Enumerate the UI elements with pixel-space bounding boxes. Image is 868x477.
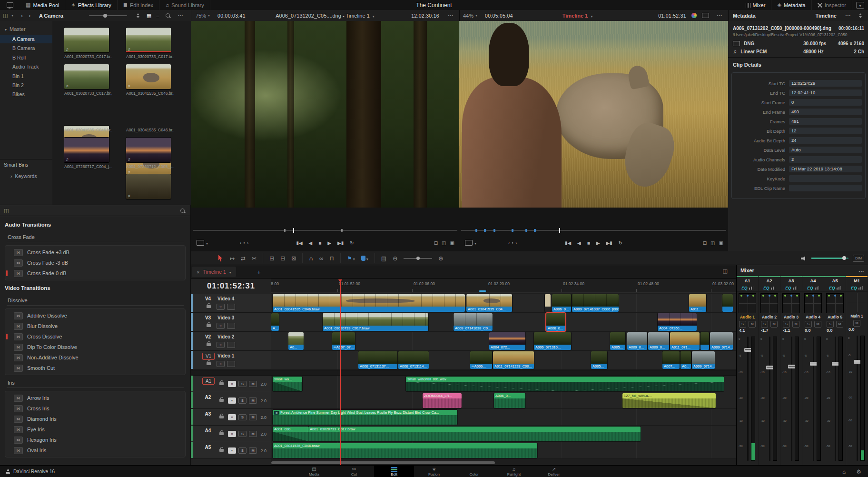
timeline-zoom-out-button[interactable]: ⊖ bbox=[393, 255, 397, 262]
jog-dot-icon[interactable]: ● bbox=[243, 241, 245, 244]
page-tab-edit[interactable]: Edit bbox=[374, 466, 414, 477]
effect-item[interactable]: Hexagon Iris bbox=[5, 435, 185, 445]
close-tab-icon[interactable] bbox=[197, 269, 200, 275]
media-clip-thumbnail[interactable]: ♫ bbox=[126, 138, 171, 162]
page-tab-media[interactable]: ▤Media bbox=[294, 466, 334, 477]
effect-item[interactable]: Oval Iris bbox=[5, 445, 185, 456]
timeline-audio-clip[interactable]: A006_0... bbox=[494, 393, 525, 408]
solo-button[interactable]: S bbox=[238, 431, 247, 437]
channel-fader[interactable]: 0-5-10-20-30-50 bbox=[804, 335, 822, 463]
audio-track-lane-A1[interactable]: small_wa...small_waterfall_001.wav bbox=[271, 376, 736, 392]
timeline-clip[interactable]: A006_0713114... bbox=[398, 351, 429, 369]
view-dropdown-icon[interactable] bbox=[11, 10, 13, 21]
thumbnail-view-icon[interactable] bbox=[147, 10, 151, 21]
play-reverse-button[interactable]: ◀ bbox=[577, 240, 581, 246]
stop-button[interactable]: ■ bbox=[318, 240, 321, 246]
fader-handle[interactable] bbox=[788, 365, 795, 368]
timeline-jog-bar[interactable] bbox=[459, 228, 728, 233]
sidebar-bin-bin-1[interactable]: Bin 1 bbox=[0, 72, 52, 80]
source-options-icon[interactable] bbox=[448, 10, 454, 21]
jog-gang-control[interactable]: ‹●› bbox=[508, 236, 517, 249]
media-clip-thumbnail[interactable]: ♫ bbox=[126, 174, 171, 199]
page-tab-color[interactable]: Color bbox=[454, 466, 494, 477]
media-clip-thumbnail[interactable]: ♫ bbox=[64, 28, 109, 52]
eq-button[interactable]: EQ bbox=[802, 284, 824, 292]
timeline-clip[interactable] bbox=[722, 294, 733, 312]
insert-clip-button[interactable]: ⊞ bbox=[269, 255, 274, 262]
effect-item[interactable]: Cross Iris bbox=[5, 403, 185, 414]
match-frame-icon[interactable]: ◫ bbox=[442, 240, 446, 246]
topbar-button-effects-library[interactable]: Effects Library bbox=[65, 0, 117, 10]
solo-button[interactable]: S bbox=[761, 321, 768, 328]
razor-edit-mode-tool[interactable]: ✂ bbox=[252, 255, 256, 262]
loop-range-icon[interactable]: ⊡ bbox=[703, 240, 707, 246]
loop-button[interactable]: ↻ bbox=[350, 240, 354, 246]
timeline-clip[interactable]: A001_03041535_C04... bbox=[466, 294, 512, 312]
source-clip-title[interactable]: A006_07131202_C05....dng - Timeline 1 bbox=[276, 10, 375, 21]
sidebar-keywords[interactable]: ›Keywords bbox=[0, 172, 52, 180]
track-header-A2[interactable]: A2‹›SM2.0 bbox=[191, 392, 271, 409]
timeline-clip[interactable]: A007... bbox=[662, 351, 680, 369]
topbar-button-sound-library[interactable]: Sound Library bbox=[159, 0, 210, 10]
mute-button[interactable]: M bbox=[814, 321, 821, 328]
fullscreen-icon[interactable]: ▣ bbox=[450, 240, 454, 246]
clip-enable-icon[interactable] bbox=[227, 342, 235, 348]
track-header-A5[interactable]: A5‹›SM2.0 bbox=[191, 442, 271, 459]
mixer-strip-M1[interactable]: M1EQMain 1M0.00-5-10-20-30-50 bbox=[846, 276, 868, 465]
video-track-lane-V1[interactable]: A006_07131137...A006_0713114...A006...A0… bbox=[271, 351, 736, 370]
timeline-clip[interactable] bbox=[700, 332, 709, 350]
mute-button[interactable]: M bbox=[853, 320, 860, 327]
track-select-V3[interactable]: V3 bbox=[202, 315, 214, 321]
timeline-clip[interactable]: A005... bbox=[610, 332, 625, 350]
timeline-clip[interactable]: A011... bbox=[689, 294, 706, 312]
pan-pad[interactable] bbox=[826, 293, 844, 313]
sort-order-icon[interactable] bbox=[137, 10, 140, 21]
effect-item[interactable]: Non-Additive Dissolve bbox=[5, 352, 185, 363]
display-mode-icon[interactable] bbox=[702, 10, 709, 21]
timeline-title[interactable]: Timeline 1 bbox=[562, 10, 593, 21]
loop-button[interactable]: ↻ bbox=[619, 240, 622, 246]
field-value[interactable]: 12:02:41:10 bbox=[789, 89, 862, 96]
viewer-options-icon[interactable] bbox=[717, 10, 722, 21]
solo-button[interactable]: S bbox=[238, 398, 247, 404]
media-pool-options-icon[interactable] bbox=[178, 10, 183, 21]
timeline-tab[interactable]: Timeline 1 bbox=[192, 267, 236, 277]
field-value[interactable]: 490 bbox=[789, 109, 862, 115]
track-select-V2[interactable]: V2 bbox=[202, 334, 214, 340]
timeline-clip[interactable]: A011_07141228_C00... bbox=[493, 351, 534, 369]
auto-select-icon[interactable]: ‹› bbox=[228, 381, 236, 387]
mute-button[interactable]: M bbox=[249, 447, 257, 454]
clip-enable-icon[interactable] bbox=[227, 323, 235, 329]
channel-fader[interactable]: 0-5-10-20-30-50 bbox=[738, 335, 757, 463]
field-value[interactable] bbox=[789, 175, 862, 182]
snapping-toggle[interactable]: ∩ bbox=[309, 255, 313, 262]
clip-enable-icon[interactable] bbox=[227, 304, 235, 310]
play-button[interactable]: ▶ bbox=[596, 240, 600, 246]
viewer-size-control[interactable] bbox=[197, 236, 208, 249]
go-to-first-frame-button[interactable]: ▮◀ bbox=[296, 240, 302, 246]
topbar-button-media-pool[interactable]: Media Pool bbox=[20, 0, 65, 10]
track-header-V3[interactable]: V3Video 3‹› bbox=[191, 313, 271, 332]
lock-track-icon[interactable] bbox=[207, 362, 211, 366]
mixer-options-icon[interactable] bbox=[859, 268, 864, 273]
timeline-clip[interactable]: A009_07141038_C0... bbox=[454, 313, 493, 331]
step-forward-icon[interactable]: › bbox=[247, 240, 248, 246]
solo-button[interactable]: S bbox=[238, 381, 247, 387]
media-clip-thumbnail[interactable]: ♫ bbox=[64, 64, 109, 89]
source-zoom-dropdown-icon[interactable] bbox=[208, 10, 210, 21]
audio-track-lane-A3[interactable]: Forest Ambience Pine Summer Day Light Wi… bbox=[271, 409, 736, 426]
fader-handle[interactable] bbox=[810, 362, 817, 366]
effect-item[interactable]: Smooth Cut bbox=[5, 363, 185, 373]
add-timeline-tab-button[interactable] bbox=[254, 267, 264, 277]
jog-gang-control[interactable]: ‹●› bbox=[240, 236, 248, 249]
eq-button[interactable]: EQ bbox=[824, 284, 846, 292]
trim-edit-mode-tool[interactable]: ↦ bbox=[230, 255, 235, 262]
sidebar-bin-b-camera[interactable]: B Camera bbox=[0, 44, 52, 52]
topbar-button-edit-index[interactable]: Edit Index bbox=[118, 0, 159, 10]
field-value[interactable]: 491 bbox=[789, 118, 862, 125]
media-search-icon[interactable] bbox=[166, 10, 170, 21]
field-value[interactable]: 12 bbox=[789, 128, 862, 134]
jog-playhead[interactable] bbox=[559, 228, 560, 233]
bin-back-icon[interactable] bbox=[21, 10, 23, 21]
timeline-clip[interactable]: A0... bbox=[288, 332, 304, 350]
